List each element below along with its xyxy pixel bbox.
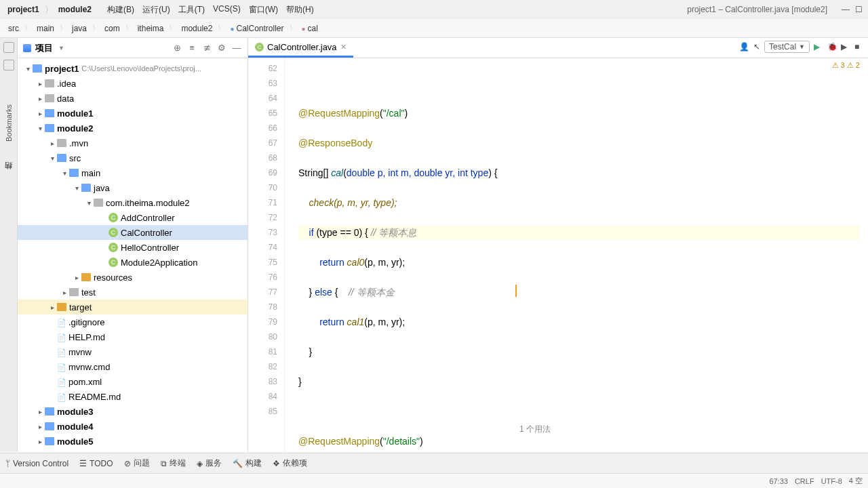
tab-dependencies[interactable]: ❖依赖项	[273, 458, 307, 469]
indent[interactable]: 4 空	[849, 476, 863, 486]
tree-gitignore[interactable]: .gitignore	[18, 314, 248, 329]
menu-tools[interactable]: 工具(T)	[178, 4, 205, 16]
tab-build[interactable]: 🔨构建	[233, 458, 262, 469]
tree-module2[interactable]: ▾module2	[18, 121, 248, 136]
menu-vcs[interactable]: VCS(S)	[213, 4, 241, 16]
project-tool-window: 项目 ▼ ⊕ ≡ ≢ ⚙ — ▾project1 C:\Users\Lenovo…	[18, 38, 248, 451]
tree-mvnw[interactable]: mvnw	[18, 344, 248, 359]
close-tab-icon[interactable]: ✕	[340, 43, 347, 52]
crumb-itheima[interactable]: itheima	[135, 23, 167, 34]
nav-breadcrumb: src〉 main〉 java〉 com〉 itheima〉 module2〉 …	[0, 19, 868, 38]
title-bar: project1 〉 module2 构建(B) 运行(U) 工具(T) VCS…	[0, 0, 868, 19]
caret-position[interactable]: 67:33	[769, 477, 788, 485]
back-arrow-icon[interactable]: ↖	[753, 42, 760, 52]
usages-hint[interactable]: 1 个用法	[519, 424, 551, 435]
tree-helpmd[interactable]: HELP.md	[18, 329, 248, 344]
project-tool-icon[interactable]	[3, 42, 14, 53]
commit-tool-icon[interactable]	[3, 60, 14, 70]
status-bar: 67:33 CRLF UTF-8 4 空	[0, 473, 868, 488]
tree-module1[interactable]: ▸module1	[18, 106, 248, 121]
class-file-icon	[255, 43, 264, 52]
debug-bug-icon[interactable]: 🐞	[827, 42, 837, 52]
tree-module5[interactable]: ▸module5	[18, 434, 248, 449]
tree-main[interactable]: ▾main	[18, 165, 248, 180]
tree-java[interactable]: ▾java	[18, 180, 248, 195]
crumb-method[interactable]: cal	[299, 23, 321, 34]
crumb-class[interactable]: CalController	[227, 23, 286, 34]
settings-gear-icon[interactable]: ⚙	[216, 43, 227, 54]
tree-module2app[interactable]: ·Module2Application	[18, 255, 248, 270]
menu-run[interactable]: 运行(U)	[142, 4, 170, 16]
tree-target[interactable]: ▸target	[18, 300, 248, 314]
tab-problems[interactable]: ⊘问题	[124, 458, 150, 469]
tree-package[interactable]: ▾com.itheima.module2	[18, 195, 248, 210]
locate-icon[interactable]: ⊕	[172, 43, 182, 54]
bottom-tool-tabs: ᛘVersion Control ☰TODO ⊘问题 ⧉终端 ◈服务 🔨构建 ❖…	[0, 453, 868, 473]
line-separator[interactable]: CRLF	[795, 477, 814, 485]
tree-module6[interactable]: ▸module6	[18, 449, 248, 451]
stop-icon[interactable]: ■	[854, 42, 864, 52]
project-title[interactable]: 项目	[35, 42, 53, 54]
crumb-com[interactable]: com	[102, 23, 123, 34]
tree-test[interactable]: ▸test	[18, 285, 248, 300]
crumb-project[interactable]: project1	[5, 4, 41, 15]
tree-idea[interactable]: ▸.idea	[18, 76, 248, 91]
app-title: project1 – CalController.java [module2]	[687, 5, 827, 14]
project-tree[interactable]: ▾project1 C:\Users\Lenovo\IdeaProjects\p…	[18, 58, 248, 451]
tree-addcontroller[interactable]: ·AddController	[18, 210, 248, 225]
tree-mvn[interactable]: ▸.mvn	[18, 136, 248, 150]
crumb-src[interactable]: src	[5, 23, 22, 34]
maximize-icon[interactable]: ☐	[855, 5, 863, 14]
collapse-icon[interactable]: ≢	[201, 43, 212, 54]
tree-mvnwcmd[interactable]: mvnw.cmd	[18, 359, 248, 374]
tab-todo[interactable]: ☰TODO	[79, 459, 113, 468]
tab-version-control[interactable]: ᛘVersion Control	[5, 459, 68, 468]
tree-module3[interactable]: ▸module3	[18, 404, 248, 419]
tree-hellocontroller[interactable]: ·HelloController	[18, 240, 248, 255]
inspections-widget[interactable]: ⚠ 3 ⚠ 2	[832, 61, 860, 70]
coverage-icon[interactable]: ▶	[841, 42, 850, 52]
text-caret	[515, 285, 517, 297]
run-toolbar: 👤 ↖ TestCal▼ ▶ 🐞 ▶ ■	[739, 41, 864, 53]
line-gutter: 6263646566676869707172737475767778798081…	[248, 58, 285, 451]
tree-pomxml[interactable]: pom.xml	[18, 374, 248, 389]
editor-body[interactable]: 6263646566676869707172737475767778798081…	[248, 58, 868, 451]
tree-src[interactable]: ▾src	[18, 150, 248, 165]
crumb-main[interactable]: main	[34, 23, 57, 34]
tree-data[interactable]: ▸data	[18, 91, 248, 106]
crumb-java[interactable]: java	[69, 23, 90, 34]
tree-calcontroller[interactable]: ·CalController	[18, 225, 248, 240]
bookmarks-tab[interactable]: Bookmarks	[5, 104, 13, 142]
minimize-icon[interactable]: —	[842, 5, 850, 14]
editor-area: CalController.java ✕ 6263646566676869707…	[248, 38, 868, 451]
main-menu: 构建(B) 运行(U) 工具(T) VCS(S) 窗口(W) 帮助(H)	[107, 4, 314, 16]
project-crumbs: project1 〉 module2	[5, 3, 94, 16]
crumb-module[interactable]: module2	[56, 4, 94, 15]
tab-label: CalController.java	[267, 42, 337, 52]
project-header: 项目 ▼ ⊕ ≡ ≢ ⚙ —	[18, 38, 248, 58]
hide-icon[interactable]: —	[231, 43, 242, 54]
project-dropdown-icon[interactable]: ▼	[58, 45, 64, 52]
tab-terminal[interactable]: ⧉终端	[161, 458, 186, 469]
run-play-icon[interactable]: ▶	[814, 42, 823, 52]
tab-services[interactable]: ◈服务	[197, 458, 222, 469]
expand-icon[interactable]: ≡	[186, 43, 197, 54]
menu-help[interactable]: 帮助(H)	[286, 4, 314, 16]
tree-resources[interactable]: ▸resources	[18, 270, 248, 285]
tree-readmemd[interactable]: README.md	[18, 389, 248, 404]
tree-module4[interactable]: ▸module4	[18, 419, 248, 434]
user-icon[interactable]: 👤	[739, 42, 749, 52]
left-tool-strip: Bookmarks 结构	[0, 38, 18, 451]
project-icon	[23, 44, 31, 52]
menu-build[interactable]: 构建(B)	[107, 4, 134, 16]
file-encoding[interactable]: UTF-8	[821, 477, 842, 485]
crumb-module2[interactable]: module2	[178, 23, 215, 34]
menu-window[interactable]: 窗口(W)	[249, 4, 278, 16]
tab-calcontroller[interactable]: CalController.java ✕	[248, 38, 353, 58]
tree-root[interactable]: ▾project1 C:\Users\Lenovo\IdeaProjects\p…	[18, 61, 248, 76]
run-config-combo[interactable]: TestCal▼	[764, 41, 810, 53]
code-area[interactable]: @RequestMapping("/cal") @ResponseBody St…	[285, 58, 868, 451]
